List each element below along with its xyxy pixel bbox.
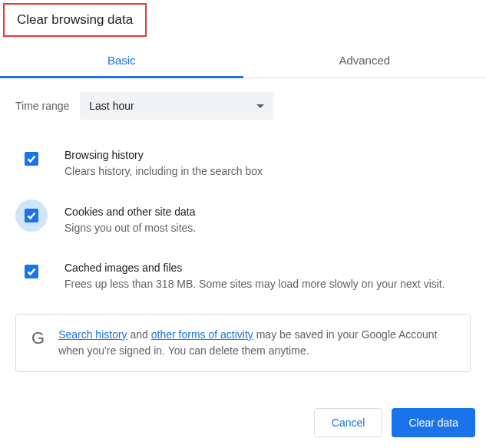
info-box: G Search history and other forms of acti… (15, 314, 471, 372)
checkmark-icon (26, 266, 37, 277)
dialog-title: Clear browsing data (17, 12, 133, 28)
option-browsing-history: Browsing history Clears history, includi… (15, 144, 471, 180)
cancel-button[interactable]: Cancel (314, 408, 383, 437)
option-desc: Clears history, including in the search … (64, 164, 263, 180)
dropdown-triangle-icon (256, 104, 264, 108)
checkbox-browsing-history[interactable] (25, 152, 38, 166)
option-cookies: Cookies and other site data Signs you ou… (15, 201, 471, 236)
info-text-sep: and (127, 328, 151, 341)
link-search-history[interactable]: Search history (58, 328, 127, 341)
option-text: Browsing history Clears history, includi… (64, 144, 263, 180)
time-range-value: Last hour (89, 100, 134, 112)
time-range-row: Time range Last hour (15, 92, 471, 120)
option-text: Cached images and files Frees up less th… (64, 257, 445, 292)
info-text: Search history and other forms of activi… (58, 327, 455, 359)
option-cache: Cached images and files Frees up less th… (15, 257, 471, 292)
checkmark-icon (26, 210, 37, 221)
time-range-label: Time range (15, 100, 69, 112)
checkmark-icon (26, 153, 37, 164)
option-title: Cookies and other site data (64, 206, 196, 218)
tab-basic[interactable]: Basic (0, 43, 243, 77)
option-desc: Signs you out of most sites. (64, 221, 196, 236)
checkbox-wrap (15, 143, 48, 175)
option-title: Browsing history (64, 149, 263, 161)
checkbox-wrap (15, 255, 48, 288)
dialog-footer: Cancel Clear data (314, 408, 475, 437)
option-title: Cached images and files (64, 262, 445, 274)
dialog-content: Time range Last hour Browsing history Cl… (0, 78, 486, 372)
option-desc: Frees up less than 318 MB. Some sites ma… (64, 277, 445, 292)
tab-advanced[interactable]: Advanced (243, 43, 487, 77)
dialog-title-frame: Clear browsing data (3, 3, 147, 37)
link-other-activity[interactable]: other forms of activity (151, 328, 253, 341)
option-text: Cookies and other site data Signs you ou… (64, 201, 196, 236)
tabs: Basic Advanced (0, 43, 486, 78)
checkbox-cache[interactable] (25, 265, 38, 278)
checkbox-wrap (15, 199, 48, 232)
google-g-icon: G (31, 328, 45, 348)
time-range-select[interactable]: Last hour (80, 92, 273, 120)
checkbox-cookies[interactable] (25, 209, 38, 222)
clear-data-button[interactable]: Clear data (392, 408, 475, 437)
